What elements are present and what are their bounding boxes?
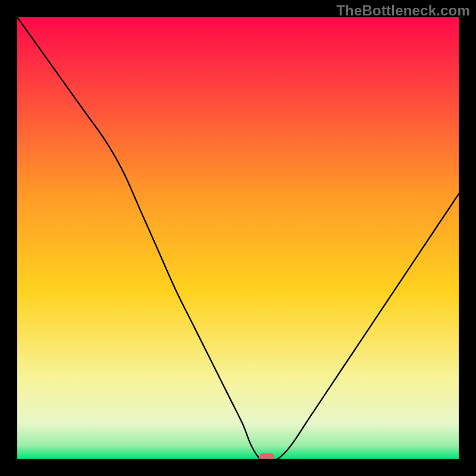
gradient-background [17, 17, 459, 459]
bottleneck-chart [17, 17, 459, 459]
watermark: TheBottleneck.com [336, 2, 470, 19]
chart-frame: { "watermark": "TheBottleneck.com", "cha… [0, 0, 476, 476]
min-marker [259, 453, 274, 459]
